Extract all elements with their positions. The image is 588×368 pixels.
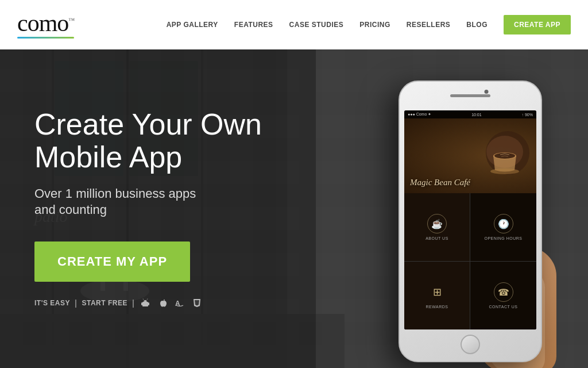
hero-cta-button[interactable]: CREATE MY APP	[34, 241, 190, 282]
nav-resellers[interactable]: RESELLERS	[407, 21, 451, 29]
opening-hours-icon: 🕐	[494, 214, 513, 233]
svg-point-19	[146, 301, 147, 301]
amazon-icon: a	[173, 297, 186, 309]
hero-content: Create Your Own Mobile App Over 1 millio…	[0, 49, 588, 368]
hero-title: Create Your Own Mobile App	[34, 108, 312, 174]
phone-carrier: ●●● Como ✦	[408, 112, 431, 117]
site-header: como™ APP GALLERY FEATURES CASE STUDIES …	[0, 0, 588, 49]
phone-speaker	[450, 94, 490, 97]
phone-area: ●●● Como ✦ 10:01 ↑ 90%	[347, 49, 588, 368]
phone-camera	[485, 90, 489, 94]
coffee-illustration	[476, 124, 533, 182]
svg-line-20	[143, 298, 144, 300]
hero-easy-row: IT'S EASY | START FREE |	[34, 297, 312, 309]
phone-mockup: ●●● Como ✦ 10:01 ↑ 90%	[399, 80, 542, 362]
pipe-separator2: |	[132, 298, 134, 308]
phone-battery: ↑ 90%	[522, 113, 533, 117]
phone-app-grid: ☕ ABOUT US 🕐 OPENING HOURS ⊞	[404, 193, 536, 329]
opening-hours-label: OPENING HOURS	[484, 236, 522, 240]
phone-home-button[interactable]	[461, 335, 480, 354]
nav-pricing[interactable]: PRICING	[359, 21, 390, 29]
nav-features[interactable]: FEATURES	[234, 21, 273, 29]
main-nav: APP GALLERY FEATURES CASE STUDIES PRICIN…	[167, 15, 571, 34]
hero-section: patio Create Your Own Mobile App Over 1 …	[0, 49, 588, 368]
contact-us-label: CONTACT US	[489, 305, 518, 309]
easy-label: IT'S EASY	[34, 299, 70, 307]
svg-rect-16	[148, 302, 149, 305]
contact-us-icon: ☎	[494, 282, 513, 302]
pipe-separator: |	[75, 298, 77, 308]
svg-rect-14	[142, 302, 148, 306]
svg-line-21	[147, 298, 148, 300]
hero-text-area: Create Your Own Mobile App Over 1 millio…	[0, 79, 347, 338]
logo-underline	[17, 37, 74, 39]
phone-opening-hours[interactable]: 🕐 OPENING HOURS	[470, 193, 536, 262]
about-us-label: ABOUT US	[425, 236, 448, 240]
phone-status-bar: ●●● Como ✦ 10:01 ↑ 90%	[404, 110, 536, 118]
logo[interactable]: como™	[17, 11, 74, 39]
svg-marker-24	[195, 300, 199, 306]
rewards-label: REWARDS	[425, 305, 448, 309]
create-app-button[interactable]: CREATE APP	[504, 15, 571, 34]
android-icon	[139, 297, 152, 309]
phone-about-us[interactable]: ☕ ABOUT US	[404, 193, 470, 262]
phone-app-name: Magic Bean Café	[410, 178, 479, 187]
svg-point-29	[490, 168, 519, 174]
nav-case-studies[interactable]: CASE STUDIES	[289, 21, 344, 29]
nav-blog[interactable]: BLOG	[466, 21, 488, 29]
html5-icon	[191, 297, 203, 309]
about-us-icon: ☕	[427, 214, 447, 233]
logo-text: como™	[17, 11, 74, 35]
svg-rect-15	[141, 302, 142, 305]
phone-app-header: Magic Bean Café	[404, 118, 536, 193]
apple-icon	[156, 297, 169, 309]
phone-app-title-area: Magic Bean Café	[410, 178, 479, 187]
phone-rewards[interactable]: ⊞ REWARDS	[404, 262, 470, 329]
svg-point-18	[144, 301, 145, 301]
nav-app-gallery[interactable]: APP GALLERY	[167, 21, 218, 29]
phone-contact-us[interactable]: ☎ CONTACT US	[470, 262, 536, 329]
hero-subtitle: Over 1 million business apps and countin…	[34, 186, 312, 218]
phone-time: 10:01	[471, 113, 482, 117]
phone-shell: ●●● Como ✦ 10:01 ↑ 90%	[399, 80, 542, 362]
rewards-icon: ⊞	[427, 282, 447, 302]
phone-screen: ●●● Como ✦ 10:01 ↑ 90%	[404, 110, 536, 329]
start-free-label: START FREE	[82, 299, 127, 307]
